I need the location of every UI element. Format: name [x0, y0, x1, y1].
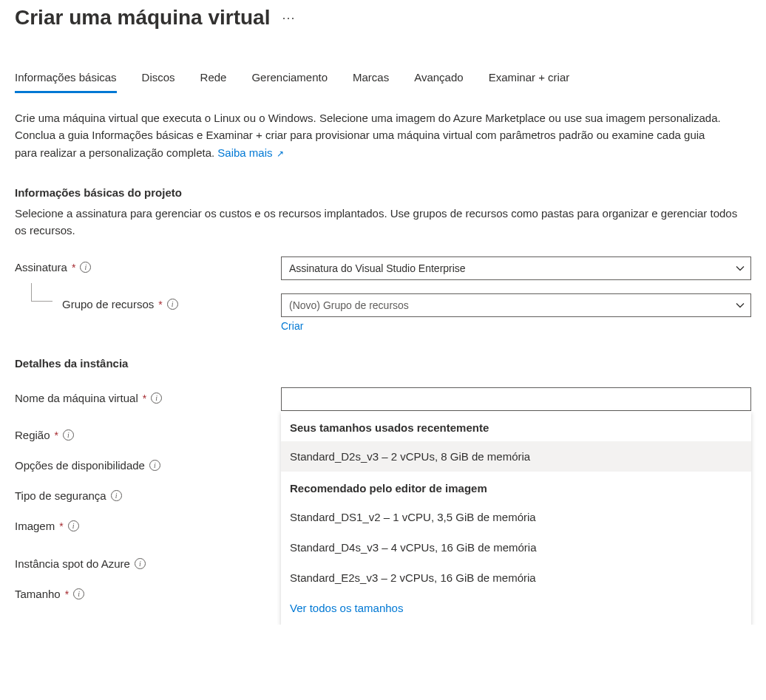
tab-basics[interactable]: Informações básicas: [15, 71, 117, 93]
external-link-icon: ↗: [274, 149, 284, 159]
info-icon[interactable]: i: [63, 429, 74, 441]
resource-group-label: Grupo de recursos: [62, 298, 154, 310]
info-icon[interactable]: i: [149, 460, 160, 471]
create-new-link[interactable]: Criar: [281, 320, 303, 332]
tabs: Informações básicas Discos Rede Gerencia…: [15, 71, 751, 93]
resource-group-select[interactable]: (Novo) Grupo de recursos: [281, 293, 751, 317]
dropdown-recent-header: Seus tamanhos usados recentemente: [281, 411, 751, 441]
tab-management[interactable]: Gerenciamento: [251, 71, 328, 93]
tab-advanced[interactable]: Avançado: [414, 71, 463, 93]
required-asterisk: *: [72, 262, 75, 273]
tab-tags[interactable]: Marcas: [353, 71, 389, 93]
subscription-select[interactable]: Assinatura do Visual Studio Enterprise: [281, 256, 751, 280]
intro-paragraph: Crie uma máquina virtual que executa o L…: [15, 109, 725, 161]
size-option[interactable]: Standard_D2s_v3 – 2 vCPUs, 8 GiB de memó…: [281, 441, 751, 472]
required-asterisk: *: [59, 520, 63, 532]
see-all-sizes-link[interactable]: Ver todos os tamanhos: [281, 593, 751, 625]
info-icon[interactable]: i: [151, 393, 162, 404]
learn-more-link[interactable]: Saiba mais ↗: [217, 146, 284, 159]
required-asterisk: *: [65, 588, 69, 600]
security-type-label: Tipo de segurança: [15, 489, 106, 502]
tab-review-create[interactable]: Examinar + criar: [489, 71, 570, 93]
size-label: Tamanho: [15, 588, 61, 600]
subscription-value: Assinatura do Visual Studio Enterprise: [289, 262, 466, 274]
required-asterisk: *: [55, 429, 58, 441]
instance-section-title: Detalhes da instância: [15, 357, 751, 370]
info-icon[interactable]: i: [111, 490, 122, 501]
info-icon[interactable]: i: [135, 558, 146, 569]
tab-network[interactable]: Rede: [200, 71, 227, 93]
more-actions-button[interactable]: ⋯: [282, 10, 296, 26]
learn-more-label: Saiba mais: [217, 146, 272, 159]
page-title: Criar uma máquina virtual: [15, 6, 270, 30]
chevron-down-icon: [736, 264, 745, 273]
size-option[interactable]: Standard_DS1_v2 – 1 vCPU, 3,5 GiB de mem…: [281, 502, 751, 532]
resource-group-placeholder: (Novo) Grupo de recursos: [289, 299, 409, 311]
size-dropdown-panel: Seus tamanhos usados recentemente Standa…: [281, 411, 751, 625]
project-section-title: Informações básicas do projeto: [15, 186, 751, 199]
required-asterisk: *: [158, 299, 162, 310]
vmname-input[interactable]: [281, 387, 751, 411]
region-label: Região: [15, 429, 50, 441]
tab-disks[interactable]: Discos: [142, 71, 175, 93]
info-icon[interactable]: i: [80, 262, 91, 273]
chevron-down-icon: [736, 301, 745, 310]
subscription-label: Assinatura: [15, 261, 67, 273]
required-asterisk: *: [143, 393, 146, 404]
info-icon[interactable]: i: [73, 588, 84, 599]
image-label: Imagem: [15, 520, 55, 532]
vmname-label: Nome da máquina virtual: [15, 392, 138, 404]
info-icon[interactable]: i: [68, 520, 79, 531]
spot-label: Instância spot do Azure: [15, 557, 130, 570]
intro-text: Crie uma máquina virtual que executa o L…: [15, 112, 721, 159]
size-option[interactable]: Standard_E2s_v3 – 2 vCPUs, 16 GiB de mem…: [281, 563, 751, 593]
info-icon[interactable]: i: [167, 299, 178, 310]
project-section-desc: Selecione a assinatura para gerenciar os…: [15, 205, 751, 239]
dropdown-recommended-header: Recomendado pelo editor de imagem: [281, 472, 751, 502]
availability-label: Opções de disponibilidade: [15, 459, 145, 472]
size-option[interactable]: Standard_D4s_v3 – 4 vCPUs, 16 GiB de mem…: [281, 532, 751, 563]
